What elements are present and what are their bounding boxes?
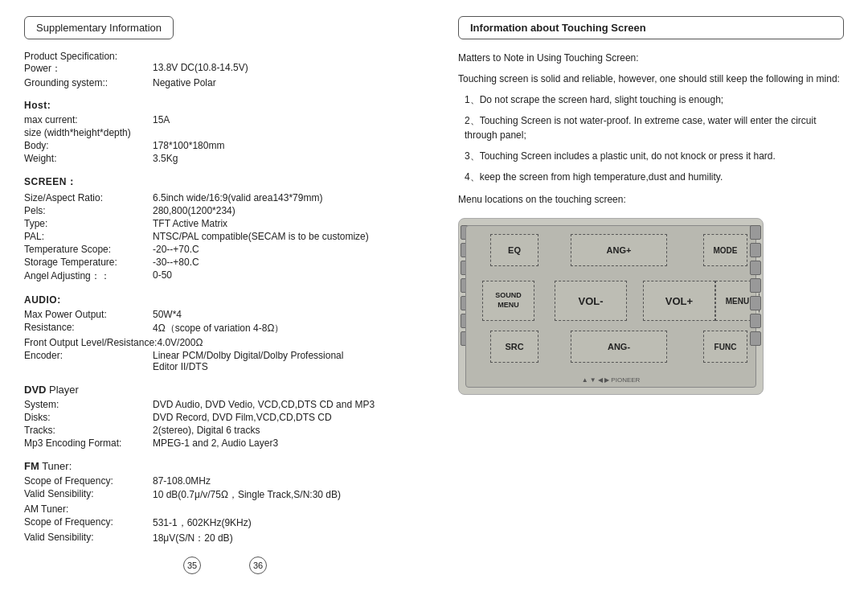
mode-button[interactable]: MODE (703, 234, 747, 266)
touch-note-4: 4、keep the screen from high temperature,… (465, 170, 844, 184)
angel-label: Angel Adjusting：： (24, 269, 153, 283)
fm-block: FM Tuner: Scope of Frequency: 87-108.0MH… (24, 460, 426, 545)
spec-row-size: size (width*height*depth) (24, 127, 426, 138)
fm-sensibility-label: Valid Sensibility: (24, 488, 153, 502)
spec-row-am-tuner: AM Tuner: (24, 503, 426, 515)
am-tuner-value (153, 503, 426, 515)
size-ratio-label: Size/Aspect Ratio: (24, 192, 153, 203)
screen-block: SCREEN： Size/Aspect Ratio: 6.5inch wide/… (24, 175, 426, 283)
vol-plus-button[interactable]: VOL+ (643, 281, 715, 321)
sound-menu-button[interactable]: SOUNDMENU (482, 281, 534, 321)
pal-value: NTSC/PAL compatible(SECAM is to be custo… (153, 231, 426, 242)
menu-locations-text: Menu locations on the touching screen: (458, 192, 844, 207)
temp-label: Temperature Scope: (24, 244, 153, 255)
dvd-bold: DVD (24, 384, 46, 396)
power-value: 13.8V DC(10.8-14.5V) (153, 62, 426, 76)
touch-note-3: 3、Touching Screen includes a plastic uni… (465, 149, 844, 163)
spec-row-ground: Grounding system:: Negative Polar (24, 77, 426, 88)
pal-label: PAL: (24, 231, 153, 242)
front-output-value: 4.0V/200Ω (157, 337, 426, 348)
spec-row-storage-temp: Storage Temperature: -30--+80.C (24, 257, 426, 268)
weight-label: Weight: (24, 153, 153, 164)
touch-note-2: 2、Touching Screen is not water-proof. In… (465, 113, 844, 142)
host-heading: Host: (24, 100, 426, 111)
page-number-35: 35 (183, 557, 201, 574)
fm-scope-value: 87-108.0MHz (153, 475, 426, 487)
dvd-heading: DVD Player (24, 384, 426, 396)
spec-row-angel: Angel Adjusting：： 0-50 (24, 269, 426, 283)
eq-button[interactable]: EQ (490, 234, 538, 266)
type-value: TFT Active Matrix (153, 218, 426, 229)
dvd-disks-value: DVD Record, DVD Film,VCD,CD,DTS CD (153, 412, 426, 423)
body-value: 178*100*180mm (153, 140, 426, 151)
max-power-value: 50W*4 (153, 309, 426, 320)
dvd-disks-label: Disks: (24, 412, 153, 423)
spec-row-resistance: Resistance: 4Ω（scope of variation 4-8Ω） (24, 322, 426, 335)
ang-minus-button[interactable]: ANG- (571, 331, 667, 363)
diagram-bottom-label: ▲ ▼ ◀ ▶ PIONEER (582, 376, 641, 384)
audio-block: AUDIO: Max Power Output: 50W*4 Resistanc… (24, 294, 426, 372)
fm-sensibility-value: 10 dB(0.7μ/v/75Ω，Single Track,S/N:30 dB) (153, 488, 426, 502)
touch-notes: 1、Do not scrape the screen hard, slight … (465, 92, 844, 184)
main-layout: Supplementary Information Product Specif… (24, 16, 844, 574)
ground-label: Grounding system:: (24, 77, 153, 88)
side-btn-right-3 (750, 261, 761, 275)
ang-plus-button[interactable]: ANG+ (571, 234, 667, 266)
spec-row-pels: Pels: 280,800(1200*234) (24, 205, 426, 216)
side-buttons-right (750, 225, 761, 346)
current-value: 15A (153, 114, 426, 125)
am-sensibility-label: Valid Sensibility: (24, 532, 153, 545)
fm-bold: FM (24, 460, 39, 472)
spec-row-mp3-encoding: Mp3 Encoding Format: MPEG-1 and 2, Audio… (24, 438, 426, 449)
spec-row-dvd-system: System: DVD Audio, DVD Vedio, VCD,CD,DTS… (24, 399, 426, 410)
spec-row-front-output: Front Output Level/Resistance: 4.0V/200Ω (24, 337, 426, 348)
angel-value: 0-50 (153, 269, 426, 283)
am-tuner-label: AM Tuner: (24, 503, 153, 515)
power-label: Power： (24, 62, 153, 76)
spec-row-max-power: Max Power Output: 50W*4 (24, 309, 426, 320)
vol-minus-button[interactable]: VOL- (555, 281, 627, 321)
src-button[interactable]: SRC (490, 331, 538, 363)
fm-heading: FM Tuner: (24, 460, 426, 472)
menu-diagram: EQ ANG+ MODE SOUNDMENU VOL- VOL+ MENU SR… (458, 218, 764, 395)
spec-row-pal: PAL: NTSC/PAL compatible(SECAM is to be … (24, 231, 426, 242)
side-btn-right-6 (750, 314, 761, 328)
storage-temp-label: Storage Temperature: (24, 257, 153, 268)
side-btn-right-4 (750, 278, 761, 293)
size-ratio-value: 6.5inch wide/16:9(valid area143*79mm) (153, 192, 426, 203)
resistance-value: 4Ω（scope of variation 4-8Ω） (153, 322, 426, 335)
dvd-normal: Player (46, 384, 78, 396)
dvd-system-label: System: (24, 399, 153, 410)
spec-row-dvd-disks: Disks: DVD Record, DVD Film,VCD,CD,DTS C… (24, 412, 426, 423)
mp3-value: MPEG-1 and 2, Audio Layer3 (153, 438, 426, 449)
spec-row-type: Type: TFT Active Matrix (24, 218, 426, 229)
storage-temp-value: -30--+80.C (153, 257, 426, 268)
side-btn-right-1 (750, 225, 761, 240)
front-output-label: Front Output Level/Resistance: (24, 337, 157, 348)
spec-row-am-sensibility: Valid Sensibility: 18μV(S/N：20 dB) (24, 532, 426, 545)
audio-heading: AUDIO: (24, 294, 426, 306)
func-button[interactable]: FUNC (703, 331, 747, 363)
screen-heading: SCREEN： (24, 175, 426, 189)
mp3-label: Mp3 Encoding Format: (24, 438, 153, 449)
left-section-title: Supplementary Information (24, 16, 174, 39)
temp-value: -20--+70.C (153, 244, 426, 255)
solid-intro: Touching screen is solid and reliable, h… (458, 72, 844, 86)
resistance-label: Resistance: (24, 322, 153, 335)
dvd-system-value: DVD Audio, DVD Vedio, VCD,CD,DTS CD and … (153, 399, 426, 410)
spec-row-size-ratio: Size/Aspect Ratio: 6.5inch wide/16:9(val… (24, 192, 426, 203)
right-column: Information about Touching Screen Matter… (458, 16, 844, 395)
spec-row-weight: Weight: 3.5Kg (24, 153, 426, 164)
spec-row-fm-sensibility: Valid Sensibility: 10 dB(0.7μ/v/75Ω，Sing… (24, 488, 426, 502)
dvd-tracks-label: Tracks: (24, 425, 153, 436)
size-label: size (width*height*depth) (24, 127, 153, 138)
product-spec-block: Product Specification: Power： 13.8V DC(1… (24, 51, 426, 88)
fm-normal: Tuner: (39, 460, 72, 472)
spec-row-am-scope: Scope of Frequency: 531-1，602KHz(9KHz) (24, 516, 426, 530)
page-number-36: 36 (249, 557, 267, 574)
pels-label: Pels: (24, 205, 153, 216)
spec-row-body: Body: 178*100*180mm (24, 140, 426, 151)
spec-row-encoder: Encoder: Linear PCM/Dolby Digital/Dolby … (24, 350, 426, 372)
spec-row-fm-scope: Scope of Frequency: 87-108.0MHz (24, 475, 426, 487)
max-power-label: Max Power Output: (24, 309, 153, 320)
